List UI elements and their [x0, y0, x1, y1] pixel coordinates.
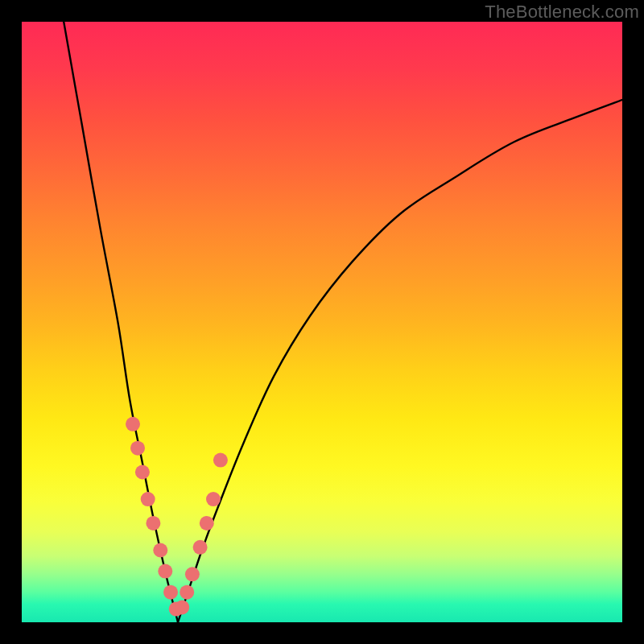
bottleneck-curve — [64, 22, 622, 622]
watermark-text: TheBottleneck.com — [485, 2, 639, 23]
data-point — [206, 492, 221, 506]
data-point — [200, 516, 214, 530]
data-point — [135, 465, 150, 480]
data-point — [158, 564, 172, 579]
data-point — [175, 600, 189, 614]
data-point — [193, 540, 208, 555]
data-point — [213, 453, 228, 468]
data-points — [126, 417, 228, 617]
curve-left-branch — [64, 22, 178, 622]
data-point — [180, 585, 194, 600]
chart-frame: TheBottleneck.com — [0, 0, 644, 644]
data-point — [130, 441, 145, 456]
curve-right-branch — [178, 100, 622, 622]
data-point — [163, 585, 178, 600]
data-point — [141, 492, 155, 506]
data-point — [185, 567, 200, 581]
curve-layer — [22, 22, 622, 622]
data-point — [126, 417, 140, 431]
data-point — [146, 516, 160, 530]
data-point — [153, 543, 167, 558]
plot-area — [22, 22, 622, 622]
